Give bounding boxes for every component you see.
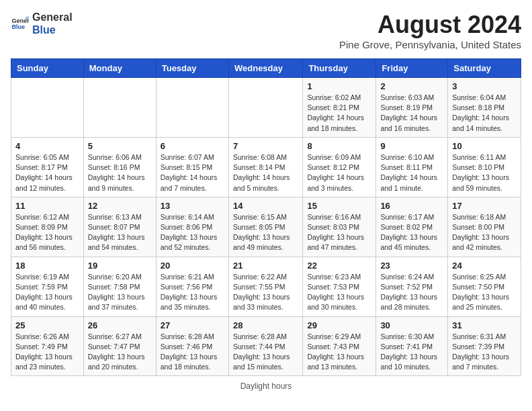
calendar-cell: 26Sunrise: 6:27 AM Sunset: 7:47 PM Dayli… xyxy=(83,316,156,376)
day-info: Sunrise: 6:06 AM Sunset: 8:16 PM Dayligh… xyxy=(88,152,152,193)
calendar-cell: 18Sunrise: 6:19 AM Sunset: 7:59 PM Dayli… xyxy=(11,257,84,316)
calendar-cell: 31Sunrise: 6:31 AM Sunset: 7:39 PM Dayli… xyxy=(448,316,521,376)
calendar-cell: 6Sunrise: 6:07 AM Sunset: 8:15 PM Daylig… xyxy=(156,137,228,197)
day-number: 29 xyxy=(307,320,371,330)
calendar-cell: 1Sunrise: 6:02 AM Sunset: 8:21 PM Daylig… xyxy=(303,78,376,138)
day-info: Sunrise: 6:28 AM Sunset: 7:46 PM Dayligh… xyxy=(161,332,224,373)
day-header-saturday: Saturday xyxy=(448,59,521,78)
day-info: Sunrise: 6:24 AM Sunset: 7:52 PM Dayligh… xyxy=(380,272,443,313)
day-number: 13 xyxy=(161,201,224,211)
calendar-cell: 8Sunrise: 6:09 AM Sunset: 8:12 PM Daylig… xyxy=(303,137,376,197)
calendar-cell: 30Sunrise: 6:30 AM Sunset: 7:41 PM Dayli… xyxy=(376,316,448,376)
svg-text:Blue: Blue xyxy=(11,24,25,31)
calendar-cell xyxy=(156,78,228,138)
calendar-cell: 25Sunrise: 6:26 AM Sunset: 7:49 PM Dayli… xyxy=(11,316,84,376)
day-number: 4 xyxy=(15,141,79,151)
day-info: Sunrise: 6:27 AM Sunset: 7:47 PM Dayligh… xyxy=(88,332,152,373)
calendar-cell xyxy=(228,78,302,138)
calendar-cell: 11Sunrise: 6:12 AM Sunset: 8:09 PM Dayli… xyxy=(11,197,84,257)
day-header-thursday: Thursday xyxy=(303,59,376,78)
day-number: 19 xyxy=(88,261,152,271)
calendar-cell: 22Sunrise: 6:23 AM Sunset: 7:53 PM Dayli… xyxy=(303,257,376,316)
day-info: Sunrise: 6:08 AM Sunset: 8:14 PM Dayligh… xyxy=(233,152,298,193)
calendar-header-row: SundayMondayTuesdayWednesdayThursdayFrid… xyxy=(11,59,521,78)
day-info: Sunrise: 6:15 AM Sunset: 8:05 PM Dayligh… xyxy=(233,212,298,253)
day-number: 20 xyxy=(161,261,224,271)
day-number: 18 xyxy=(15,261,79,271)
week-row-3: 11Sunrise: 6:12 AM Sunset: 8:09 PM Dayli… xyxy=(11,197,521,257)
day-info: Sunrise: 6:07 AM Sunset: 8:15 PM Dayligh… xyxy=(161,152,224,193)
day-number: 1 xyxy=(307,81,371,91)
day-number: 8 xyxy=(307,141,371,151)
page-header: General Blue General Blue August 2024 Pi… xyxy=(11,11,521,50)
calendar-cell: 9Sunrise: 6:10 AM Sunset: 8:11 PM Daylig… xyxy=(376,137,448,197)
day-number: 30 xyxy=(380,320,443,330)
location-subtitle: Pine Grove, Pennsylvania, United States xyxy=(339,39,521,50)
calendar-cell: 19Sunrise: 6:20 AM Sunset: 7:58 PM Dayli… xyxy=(83,257,156,316)
day-info: Sunrise: 6:11 AM Sunset: 8:10 PM Dayligh… xyxy=(452,152,517,193)
calendar-cell: 20Sunrise: 6:21 AM Sunset: 7:56 PM Dayli… xyxy=(156,257,228,316)
calendar-cell: 14Sunrise: 6:15 AM Sunset: 8:05 PM Dayli… xyxy=(228,197,302,257)
day-number: 24 xyxy=(452,261,517,271)
calendar-cell: 27Sunrise: 6:28 AM Sunset: 7:46 PM Dayli… xyxy=(156,316,228,376)
day-info: Sunrise: 6:29 AM Sunset: 7:43 PM Dayligh… xyxy=(307,332,371,373)
day-info: Sunrise: 6:22 AM Sunset: 7:55 PM Dayligh… xyxy=(233,272,298,313)
day-info: Sunrise: 6:05 AM Sunset: 8:17 PM Dayligh… xyxy=(15,152,79,193)
day-info: Sunrise: 6:28 AM Sunset: 7:44 PM Dayligh… xyxy=(233,332,298,373)
day-number: 7 xyxy=(233,141,298,151)
calendar-cell: 7Sunrise: 6:08 AM Sunset: 8:14 PM Daylig… xyxy=(228,137,302,197)
day-info: Sunrise: 6:02 AM Sunset: 8:21 PM Dayligh… xyxy=(307,93,371,134)
calendar-cell: 4Sunrise: 6:05 AM Sunset: 8:17 PM Daylig… xyxy=(11,137,84,197)
calendar-cell: 16Sunrise: 6:17 AM Sunset: 8:02 PM Dayli… xyxy=(376,197,448,257)
day-info: Sunrise: 6:26 AM Sunset: 7:49 PM Dayligh… xyxy=(15,332,79,373)
day-number: 5 xyxy=(88,141,152,151)
day-header-monday: Monday xyxy=(83,59,156,78)
day-number: 17 xyxy=(452,201,517,211)
calendar-cell: 21Sunrise: 6:22 AM Sunset: 7:55 PM Dayli… xyxy=(228,257,302,316)
day-info: Sunrise: 6:17 AM Sunset: 8:02 PM Dayligh… xyxy=(380,212,443,253)
week-row-2: 4Sunrise: 6:05 AM Sunset: 8:17 PM Daylig… xyxy=(11,137,521,197)
day-info: Sunrise: 6:13 AM Sunset: 8:07 PM Dayligh… xyxy=(88,212,152,253)
week-row-1: 1Sunrise: 6:02 AM Sunset: 8:21 PM Daylig… xyxy=(11,78,521,138)
day-info: Sunrise: 6:18 AM Sunset: 8:00 PM Dayligh… xyxy=(452,212,517,253)
calendar-cell: 3Sunrise: 6:04 AM Sunset: 8:18 PM Daylig… xyxy=(448,78,521,138)
day-info: Sunrise: 6:25 AM Sunset: 7:50 PM Dayligh… xyxy=(452,272,517,313)
day-number: 16 xyxy=(380,201,443,211)
day-number: 14 xyxy=(233,201,298,211)
calendar-cell: 5Sunrise: 6:06 AM Sunset: 8:16 PM Daylig… xyxy=(83,137,156,197)
footer-note: Daylight hours xyxy=(11,381,521,391)
week-row-5: 25Sunrise: 6:26 AM Sunset: 7:49 PM Dayli… xyxy=(11,316,521,376)
day-number: 9 xyxy=(380,141,443,151)
day-number: 6 xyxy=(161,141,224,151)
calendar-cell: 2Sunrise: 6:03 AM Sunset: 8:19 PM Daylig… xyxy=(376,78,448,138)
day-info: Sunrise: 6:12 AM Sunset: 8:09 PM Dayligh… xyxy=(15,212,79,253)
day-number: 26 xyxy=(88,320,152,330)
day-info: Sunrise: 6:21 AM Sunset: 7:56 PM Dayligh… xyxy=(161,272,224,313)
calendar-cell: 13Sunrise: 6:14 AM Sunset: 8:06 PM Dayli… xyxy=(156,197,228,257)
title-block: August 2024 Pine Grove, Pennsylvania, Un… xyxy=(339,11,521,50)
day-info: Sunrise: 6:20 AM Sunset: 7:58 PM Dayligh… xyxy=(88,272,152,313)
day-number: 2 xyxy=(380,81,443,91)
day-header-wednesday: Wednesday xyxy=(228,59,302,78)
logo-icon: General Blue xyxy=(11,14,30,33)
day-number: 28 xyxy=(233,320,298,330)
calendar-cell: 24Sunrise: 6:25 AM Sunset: 7:50 PM Dayli… xyxy=(448,257,521,316)
day-number: 23 xyxy=(380,261,443,271)
day-number: 15 xyxy=(307,201,371,211)
day-number: 22 xyxy=(307,261,371,271)
week-row-4: 18Sunrise: 6:19 AM Sunset: 7:59 PM Dayli… xyxy=(11,257,521,316)
day-header-tuesday: Tuesday xyxy=(156,59,228,78)
logo-blue: Blue xyxy=(32,24,73,36)
day-info: Sunrise: 6:19 AM Sunset: 7:59 PM Dayligh… xyxy=(15,272,79,313)
day-info: Sunrise: 6:31 AM Sunset: 7:39 PM Dayligh… xyxy=(452,332,517,373)
day-info: Sunrise: 6:03 AM Sunset: 8:19 PM Dayligh… xyxy=(380,93,443,134)
day-header-friday: Friday xyxy=(376,59,448,78)
day-info: Sunrise: 6:14 AM Sunset: 8:06 PM Dayligh… xyxy=(161,212,224,253)
day-number: 21 xyxy=(233,261,298,271)
day-info: Sunrise: 6:23 AM Sunset: 7:53 PM Dayligh… xyxy=(307,272,371,313)
day-info: Sunrise: 6:10 AM Sunset: 8:11 PM Dayligh… xyxy=(380,152,443,193)
calendar-cell: 10Sunrise: 6:11 AM Sunset: 8:10 PM Dayli… xyxy=(448,137,521,197)
calendar-cell: 15Sunrise: 6:16 AM Sunset: 8:03 PM Dayli… xyxy=(303,197,376,257)
calendar-cell: 12Sunrise: 6:13 AM Sunset: 8:07 PM Dayli… xyxy=(83,197,156,257)
day-info: Sunrise: 6:16 AM Sunset: 8:03 PM Dayligh… xyxy=(307,212,371,253)
